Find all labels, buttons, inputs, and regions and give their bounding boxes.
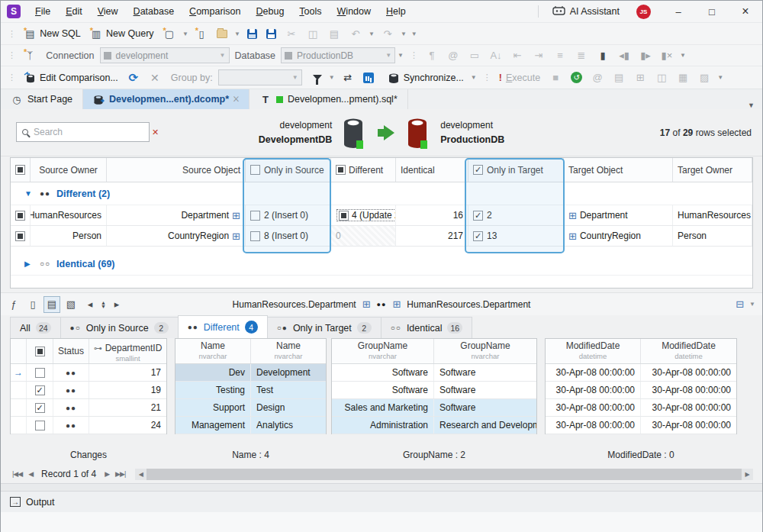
modifieddate-source-column-header[interactable]: ModifiedDatedatetime <box>546 339 641 363</box>
toolbar-grip[interactable]: ⋮ <box>479 73 494 82</box>
history-button[interactable]: ↺ <box>566 69 587 85</box>
column-header-only-in-source[interactable]: Only in Source <box>246 158 331 182</box>
row-checkbox[interactable] <box>35 421 45 430</box>
groupname-source-cell[interactable]: Software <box>332 382 434 398</box>
modifieddate-source-cell[interactable]: 30-Apr-08 00:00:00 <box>546 417 641 434</box>
scroll-left-button[interactable]: ◀ <box>135 471 146 478</box>
chart-button[interactable]: ▦ <box>672 69 694 86</box>
next-bookmark-button[interactable]: ▮▸ <box>635 47 656 64</box>
menu-help[interactable]: Help <box>379 3 413 20</box>
scrollbar-thumb[interactable] <box>146 469 742 480</box>
cell-checkbox[interactable] <box>473 231 483 241</box>
groupname-target-cell[interactable]: Software <box>434 364 536 381</box>
new-sql-button[interactable]: *▤New SQL <box>19 25 85 42</box>
user-avatar[interactable]: JS <box>636 5 651 19</box>
menu-database[interactable]: Database <box>127 3 182 20</box>
new-query-button[interactable]: *▥New Query <box>85 25 159 42</box>
menu-comparison[interactable]: Comparison <box>182 3 247 20</box>
cell-checkbox[interactable] <box>250 231 260 241</box>
modifieddate-target-cell[interactable]: 30-Apr-08 00:00:00 <box>641 399 736 416</box>
notifications-button[interactable]: @ <box>587 69 608 86</box>
name-source-cell[interactable]: Support <box>175 399 251 416</box>
groupname-source-cell[interactable]: Sales and Marketing <box>332 399 434 416</box>
detail-row[interactable]: 30-Apr-08 00:00:00 30-Apr-08 00:00:00 <box>546 399 736 417</box>
toolbar-grip[interactable]: ⋮ <box>4 50 19 60</box>
menu-edit[interactable]: Edit <box>59 3 89 20</box>
modifieddate-target-cell[interactable]: 30-Apr-08 00:00:00 <box>641 417 736 434</box>
name-source-cell[interactable]: Dev <box>175 364 251 381</box>
close-button[interactable]: × <box>729 1 762 22</box>
save-button[interactable] <box>243 27 262 41</box>
new-document-dropdown[interactable]: ▼ <box>180 31 191 37</box>
only-in-target-cell[interactable]: 2 <box>468 205 564 225</box>
output-panel-header[interactable]: → Output <box>1 491 762 512</box>
prev-record-button[interactable]: ◀ <box>26 470 35 478</box>
next-difference-button[interactable]: ▸ <box>108 296 125 313</box>
menu-tools[interactable]: Tools <box>292 3 328 20</box>
layout-button[interactable]: ◫ <box>651 69 672 86</box>
modifieddate-target-column-header[interactable]: ModifiedDatedatetime <box>641 339 736 363</box>
row-checkbox[interactable] <box>35 403 45 413</box>
toolbar-grip[interactable]: ⋮ <box>4 29 19 39</box>
detail-row[interactable]: Sales and Marketing Software <box>332 399 536 417</box>
groupname-target-cell[interactable]: Research and Development <box>434 417 536 434</box>
name-source-column-header[interactable]: Namenvarchar <box>175 339 251 363</box>
column-header-source-object[interactable]: Source Object <box>107 158 246 182</box>
redo-button[interactable]: ↷ <box>377 25 398 42</box>
tab-dcomp-document[interactable]: Developmen...ent).dcomp* 🞨 <box>83 89 250 109</box>
toolbar-grip[interactable]: ⋮ <box>406 50 421 60</box>
ai-assistant-button[interactable]: AI Assistant <box>546 5 626 18</box>
group-row-different[interactable]: ▼ ●● Different (2) <box>11 182 752 205</box>
toolbar-overflow-dropdown[interactable]: ▼ <box>409 31 420 37</box>
id-cell[interactable]: 21 <box>89 399 166 416</box>
open-file-dropdown[interactable]: ▼ <box>232 31 243 37</box>
new-file-button[interactable]: *▯ <box>191 25 212 42</box>
groupname-target-cell[interactable]: Software <box>434 382 536 398</box>
clear-bookmarks-button[interactable]: ▮× <box>656 47 678 64</box>
toolbar-grip[interactable]: ⋮ <box>4 73 19 82</box>
comparison-report-button[interactable] <box>359 70 378 85</box>
new-connection-button[interactable]: *ᛉ <box>19 47 40 64</box>
redo-dropdown[interactable]: ▼ <box>398 31 409 37</box>
comparison-row-countryregion[interactable]: Person CountryRegion⊞ 8 (Insert 0) 0 217… <box>11 226 752 247</box>
chevron-down-icon[interactable]: ▼ <box>24 189 34 198</box>
detail-row[interactable]: Software Software <box>332 364 536 382</box>
synchronize-button[interactable]: Synchronize... <box>383 69 468 86</box>
detail-row[interactable]: Testing Test <box>175 382 326 399</box>
only-in-target-checkbox[interactable] <box>473 165 483 175</box>
name-target-cell[interactable]: Design <box>251 399 326 416</box>
prev-difference-button[interactable]: ◂ <box>82 296 98 313</box>
toggle-results-button[interactable]: ¶ <box>421 47 443 64</box>
indent-lines-button[interactable]: ≡ <box>549 47 571 64</box>
tab-different[interactable]: ●●Different4 <box>178 315 268 338</box>
groupname-target-column-header[interactable]: GroupNamenvarchar <box>434 339 536 363</box>
format-button[interactable]: A↓ <box>485 47 507 64</box>
tab-sql-document[interactable]: T Developmen...pment).sql* <box>250 89 408 109</box>
last-record-button[interactable]: ▶▶| <box>113 470 127 478</box>
name-target-cell[interactable]: Development <box>251 364 326 381</box>
detail-row[interactable]: Management Analytics <box>175 417 326 434</box>
different-cell[interactable]: 4 (Update 2) <box>331 205 396 225</box>
paste-button[interactable]: ▤ <box>324 25 345 42</box>
name-target-cell[interactable]: Analytics <box>251 417 326 434</box>
next-record-button[interactable]: ▶ <box>102 470 111 478</box>
menu-file[interactable]: File <box>28 3 57 20</box>
detail-row[interactable]: 30-Apr-08 00:00:00 30-Apr-08 00:00:00 <box>546 382 736 399</box>
menu-window[interactable]: Window <box>330 3 378 20</box>
copy-button[interactable]: ◫ <box>302 25 324 42</box>
group-row-identical[interactable]: ▶ ○○ Identical (69) <box>11 253 752 276</box>
chevron-right-icon[interactable]: ▶ <box>24 260 34 268</box>
id-cell[interactable]: 24 <box>89 417 166 434</box>
row-select-checkbox[interactable] <box>15 211 25 221</box>
detail-row[interactable]: Dev Development <box>175 364 326 382</box>
open-file-button[interactable] <box>212 27 232 40</box>
vertical-layout-button[interactable]: ▯ <box>24 296 41 313</box>
script-button[interactable]: ▤ <box>608 69 629 86</box>
execute-button[interactable]: !Execute <box>494 70 545 85</box>
maximize-button[interactable]: □ <box>695 1 729 22</box>
filter-dropdown[interactable]: ▼ <box>327 74 337 81</box>
tab-close-icon[interactable]: 🞨 <box>233 94 239 105</box>
modifieddate-source-cell[interactable]: 30-Apr-08 00:00:00 <box>546 399 641 416</box>
detail-row[interactable]: Administration Research and Development <box>332 417 536 434</box>
cell-checkbox[interactable] <box>250 211 260 221</box>
